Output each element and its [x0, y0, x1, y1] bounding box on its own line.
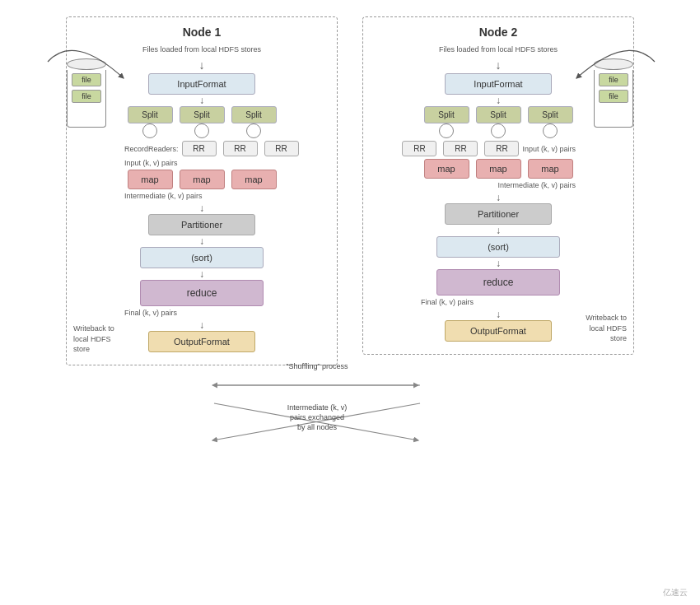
- node1-split2-circle: [194, 123, 209, 138]
- node1-outputformat: OutputFormat: [148, 331, 255, 352]
- shuffle-description2: pairs exchanged: [290, 413, 344, 421]
- node2-inner: ↓ InputFormat ↓ Split Split: [421, 57, 576, 342]
- node1-split3-circle: [246, 123, 261, 138]
- node1-cyl-top-left: [67, 58, 106, 70]
- node2-arrow-to-sort: ↓: [496, 225, 501, 236]
- node2-inputformat: InputFormat: [445, 73, 552, 95]
- node2-input-kv-label-right: Input (k, v) pairs: [522, 145, 576, 153]
- node1-cyl-body-left: file file: [67, 70, 106, 128]
- node2-title: Node 2: [376, 26, 621, 39]
- node1-final-kv-label: Final (k, v) pairs: [124, 309, 177, 317]
- node2-rr1: RR: [402, 141, 436, 156]
- node1-split1-col: Split: [128, 106, 173, 138]
- node1-splits-row: Split Split Split: [128, 106, 277, 138]
- node1-hdfs-label: Files loaded from local HDFS stores: [79, 45, 324, 54]
- node2-rr-row-container: RR RR RR Input (k, v) pairs: [421, 141, 576, 156]
- node2-map2: map: [476, 159, 521, 179]
- shuffle-description3: by all nodes: [297, 423, 338, 431]
- node1-file1: file: [72, 73, 101, 86]
- node1-writeback-label: Writeback tolocal HDFSstore: [73, 323, 114, 355]
- node2-split2-circle: [491, 123, 506, 138]
- node1-map3: map: [231, 170, 277, 189]
- node1-partitioner: Partitioner: [148, 214, 255, 235]
- node1-map1: map: [128, 170, 173, 189]
- node1-split1-circle: [142, 123, 157, 138]
- node2-split1-col: Split: [424, 106, 469, 138]
- node2-split2-col: Split: [476, 106, 521, 138]
- node2-arrow-to-reduce: ↓: [496, 258, 501, 269]
- node1-split2-col: Split: [180, 106, 225, 138]
- node1-arrow-to-reduce: ↓: [199, 268, 204, 280]
- node2-partitioner: Partitioner: [445, 203, 552, 225]
- node2-rr3: RR: [484, 141, 519, 156]
- node2-hdfs-label: Files loaded from local HDFS stores: [376, 45, 621, 54]
- node2-splits-row: Split Split Split: [424, 106, 573, 138]
- main-container: Node 1 Files loaded from local HDFS stor…: [0, 0, 700, 382]
- node1-intermediate-kv-label: Intermediate (k, v) pairs: [124, 192, 203, 200]
- node1-rr2: RR: [223, 141, 258, 156]
- node1-title: Node 1: [79, 26, 324, 39]
- node2-intermediate-kv-label: Intermediate (k, v) pairs: [497, 181, 576, 189]
- node2-split3-circle: [543, 123, 558, 138]
- node2-rr-row: RR RR RR: [402, 141, 519, 156]
- node1-split3-col: Split: [231, 106, 277, 138]
- node1-arrow-to-output: ↓: [199, 319, 204, 331]
- node1-cylinder-left: file file: [67, 58, 106, 128]
- node1-file2: file: [72, 90, 101, 103]
- node1-arrow-hdfs: ↓: [199, 57, 205, 73]
- node1-split1: Split: [128, 106, 173, 123]
- node1-inputformat: InputFormat: [148, 73, 255, 95]
- node2-split3-col: Split: [528, 106, 573, 138]
- node1-rr-row-container: RecordReaders: RR RR RR: [124, 141, 279, 156]
- node2-arrow-to-partitioner: ↓: [496, 192, 501, 203]
- node1-input-kv-label: Input (k, v) pairs: [124, 159, 178, 167]
- node2-rr2: RR: [443, 141, 478, 156]
- node2-maps-row: map map map: [424, 159, 573, 179]
- node1-reduce: reduce: [140, 280, 264, 306]
- node2-arrow-to-output: ↓: [496, 309, 501, 320]
- node1-arrow-to-partitioner: ↓: [199, 202, 204, 214]
- node2-cyl-top-right: [594, 58, 633, 70]
- node2-cyl-body-right: file file: [594, 70, 633, 128]
- node1-map2: map: [180, 170, 225, 189]
- node1-arrow-to-splits: ↓: [199, 95, 204, 106]
- node2-split1: Split: [424, 106, 469, 123]
- watermark: 亿速云: [663, 587, 688, 598]
- node2-map3: map: [528, 159, 573, 179]
- node1-wrapper: Node 1 Files loaded from local HDFS stor…: [66, 16, 338, 365]
- node1-box: Node 1 Files loaded from local HDFS stor…: [66, 16, 338, 365]
- svg-line-1: [214, 403, 418, 440]
- node1-rr-label: RecordReaders:: [124, 145, 179, 153]
- node1-arrow-to-sort: ↓: [199, 235, 204, 247]
- node2-file1: file: [599, 73, 628, 86]
- node2-outputformat: OutputFormat: [445, 320, 552, 342]
- node2-file2: file: [599, 90, 628, 103]
- node2-writeback-label: Writeback tolocal HDFSstore: [586, 313, 627, 344]
- node1-split3: Split: [231, 106, 277, 123]
- node2-wrapper: Node 2 Files loaded from local HDFS stor…: [362, 16, 634, 365]
- node2-sort: (sort): [436, 236, 560, 258]
- node2-split1-circle: [439, 123, 454, 138]
- node2-arrow-to-splits: ↓: [496, 95, 501, 106]
- node1-sort: (sort): [140, 247, 264, 268]
- node2-split2: Split: [476, 106, 521, 123]
- node2-arrow-hdfs: ↓: [496, 57, 502, 73]
- node2-map1: map: [424, 159, 469, 179]
- node1-rr-row: RR RR RR: [182, 141, 299, 156]
- node1-inner: ↓ InputFormat ↓ Split Split: [124, 57, 279, 352]
- node2-cylinder-right: file file: [594, 58, 633, 128]
- svg-line-2: [212, 403, 420, 440]
- node2-box: Node 2 Files loaded from local HDFS stor…: [362, 16, 634, 355]
- node2-reduce: reduce: [436, 269, 560, 296]
- node1-maps-row: map map map: [128, 170, 277, 189]
- node1-split2: Split: [180, 106, 225, 123]
- node1-rr1: RR: [182, 141, 217, 156]
- node2-final-kv-label: Final (k, v) pairs: [421, 298, 474, 306]
- node2-split3: Split: [528, 106, 573, 123]
- node1-rr3: RR: [264, 141, 299, 156]
- shuffle-description1: Intermediate (k, v): [287, 403, 348, 412]
